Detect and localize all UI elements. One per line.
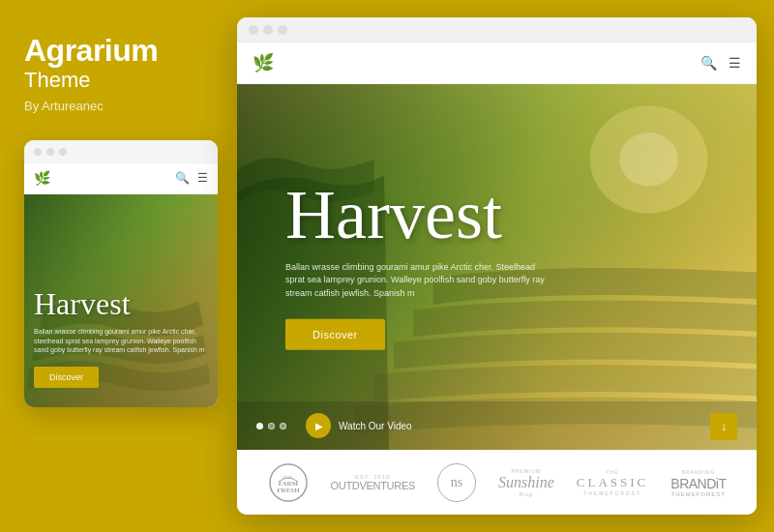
desktop-hero: Harvest Ballan wrasse climbing gourami a… bbox=[237, 84, 757, 450]
desktop-dot-1 bbox=[249, 25, 258, 35]
mobile-dot-2 bbox=[46, 148, 54, 156]
hero-dot-3[interactable] bbox=[280, 423, 286, 429]
logo-circle-ns: ns bbox=[437, 463, 476, 502]
mobile-discover-button[interactable]: Discover bbox=[34, 367, 99, 388]
play-icon: ▶ bbox=[315, 421, 323, 431]
mobile-dot-3 bbox=[59, 148, 67, 156]
logo-badge-1: EST. FARM FRESH bbox=[268, 462, 309, 503]
hero-video-button[interactable]: ▶ Watch Our Video bbox=[306, 413, 412, 438]
logo-brandit-subtitle: THEMEFOREST bbox=[670, 491, 726, 497]
scroll-down-icon: ↓ bbox=[721, 420, 727, 434]
scroll-indicator[interactable]: ↓ bbox=[710, 413, 737, 440]
mobile-menu-icon[interactable]: ☰ bbox=[197, 171, 208, 186]
desktop-menu-icon[interactable]: ☰ bbox=[729, 55, 741, 72]
desktop-browser-bar bbox=[237, 17, 757, 43]
logo-outdventures: OUTDVENTURES bbox=[331, 480, 415, 491]
desktop-logo-icon: 🌿 bbox=[253, 52, 274, 74]
play-button[interactable]: ▶ bbox=[306, 413, 331, 438]
brand-subtitle: Theme bbox=[24, 68, 90, 93]
hero-dot-1[interactable] bbox=[256, 423, 263, 429]
main-container: Agrarium Theme By Artureanec 🌿 🔍 ☰ bbox=[0, 0, 774, 532]
logo-item-4: Premium Sunshine · Blog · bbox=[498, 468, 554, 497]
mobile-hero-content: Harvest Ballan wrasse climbing gourami a… bbox=[34, 288, 208, 388]
mobile-search-icon[interactable]: 🔍 bbox=[175, 171, 190, 186]
desktop-discover-button[interactable]: Discover bbox=[285, 319, 385, 350]
desktop-hero-text: Ballan wrasse climbing gourami amur pike… bbox=[285, 261, 556, 301]
desktop-dot-3 bbox=[278, 25, 287, 35]
mobile-browser-bar bbox=[24, 140, 218, 163]
mobile-logo-icon: 🌿 bbox=[34, 170, 50, 187]
desktop-hero-bottom: ▶ Watch Our Video bbox=[237, 401, 757, 450]
hero-dot-2[interactable] bbox=[268, 423, 275, 429]
logos-bar: EST. FARM FRESH EST. 2010 OUTDVENTURES bbox=[237, 450, 757, 515]
logo-item-2: EST. 2010 OUTDVENTURES bbox=[331, 474, 415, 491]
logo-classic: CLASSIC bbox=[577, 475, 648, 490]
svg-text:FRESH: FRESH bbox=[277, 487, 300, 494]
logo-sunshine: Sunshine bbox=[498, 474, 554, 491]
logo-item-3: ns bbox=[437, 463, 476, 502]
desktop-hero-content: Harvest Ballan wrasse climbing gourami a… bbox=[285, 184, 556, 350]
desktop-preview: 🌿 🔍 ☰ bbox=[237, 17, 757, 515]
right-panel: 🌿 🔍 ☰ bbox=[237, 0, 774, 532]
brand-by: By Artureanec bbox=[24, 99, 104, 113]
mobile-nav: 🌿 🔍 ☰ bbox=[24, 163, 218, 194]
logo-item-5: THE CLASSIC THEMEFOREST bbox=[577, 469, 648, 496]
logo-item-1: EST. FARM FRESH bbox=[268, 462, 309, 503]
hero-slider-dots bbox=[256, 423, 286, 429]
logo-item-6: Branding BRANDiT THEMEFOREST bbox=[670, 469, 726, 497]
desktop-harvest-title: Harvest bbox=[285, 184, 556, 247]
mobile-harvest-title: Harvest bbox=[34, 288, 208, 319]
logo-brandit: BRANDiT bbox=[670, 476, 726, 491]
desktop-nav: 🌿 🔍 ☰ bbox=[237, 43, 757, 84]
mobile-nav-icons: 🔍 ☰ bbox=[175, 171, 208, 186]
left-panel: Agrarium Theme By Artureanec 🌿 🔍 ☰ bbox=[0, 0, 237, 532]
brand-title: Agrarium bbox=[24, 34, 158, 68]
mobile-hero-text: Ballan wrasse climbing gourami amur pike… bbox=[34, 327, 208, 355]
mobile-preview: 🌿 🔍 ☰ bbox=[24, 140, 218, 407]
desktop-dot-2 bbox=[263, 25, 273, 35]
video-label: Watch Our Video bbox=[339, 421, 412, 431]
mobile-dot-1 bbox=[34, 148, 42, 156]
mobile-hero: Harvest Ballan wrasse climbing gourami a… bbox=[24, 194, 218, 407]
desktop-search-icon[interactable]: 🔍 bbox=[700, 55, 717, 72]
desktop-nav-icons: 🔍 ☰ bbox=[700, 55, 741, 72]
